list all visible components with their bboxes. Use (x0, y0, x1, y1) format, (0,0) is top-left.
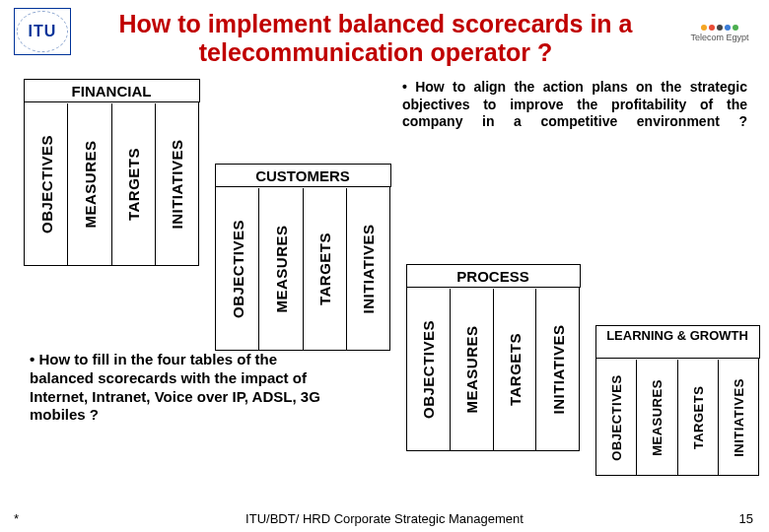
bullet-fill-tables: • How to fill in the four tables of the … (30, 351, 345, 425)
slide-body: • How to align the action plans on the s… (0, 77, 769, 491)
col-targets: TARGETS (303, 188, 346, 350)
col-measures: MEASURES (258, 188, 302, 350)
scorecard-financial: FINANCIAL OBJECTIVES MEASURES TARGETS IN… (24, 79, 199, 266)
scorecard-process: PROCESS OBJECTIVES MEASURES TARGETS INIT… (406, 264, 580, 451)
scorecard-learning-growth-label: LEARNING & GROWTH (595, 325, 760, 359)
col-initiatives: INITIATIVES (346, 188, 389, 350)
scorecard-financial-label: FINANCIAL (24, 79, 200, 102)
col-measures: MEASURES (636, 360, 676, 475)
bullet-align-action-plans: • How to align the action plans on the s… (402, 79, 747, 131)
col-initiatives: INITIATIVES (155, 103, 198, 265)
footer-center: ITU/BDT/ HRD Corporate Strategic Managem… (0, 511, 769, 526)
col-objectives: OBJECTIVES (216, 188, 258, 350)
telecom-egypt-logo-icon: Telecom Egypt (684, 8, 755, 59)
slide-header: ITU How to implement balanced scorecards… (0, 0, 769, 67)
itu-logo-icon: ITU (14, 8, 71, 55)
scorecard-learning-growth: LEARNING & GROWTH OBJECTIVES MEASURES TA… (595, 325, 759, 476)
slide-title: How to implement balanced scorecards in … (83, 8, 672, 67)
col-initiatives: INITIATIVES (718, 360, 758, 475)
footer-left: * (14, 511, 19, 526)
slide-footer: * ITU/BDT/ HRD Corporate Strategic Manag… (0, 511, 769, 526)
scorecard-customers: CUSTOMERS OBJECTIVES MEASURES TARGETS IN… (215, 164, 390, 351)
col-targets: TARGETS (493, 289, 536, 450)
scorecard-customers-label: CUSTOMERS (215, 164, 391, 187)
col-objectives: OBJECTIVES (596, 360, 636, 475)
telecom-egypt-logo-text: Telecom Egypt (690, 33, 748, 42)
page-number: 15 (739, 511, 753, 526)
col-objectives: OBJECTIVES (407, 289, 450, 450)
col-targets: TARGETS (111, 103, 155, 265)
col-initiatives: INITIATIVES (535, 289, 579, 450)
col-targets: TARGETS (677, 360, 718, 475)
scorecard-process-label: PROCESS (406, 264, 581, 288)
col-objectives: OBJECTIVES (25, 103, 67, 265)
col-measures: MEASURES (450, 289, 493, 450)
col-measures: MEASURES (67, 103, 110, 265)
